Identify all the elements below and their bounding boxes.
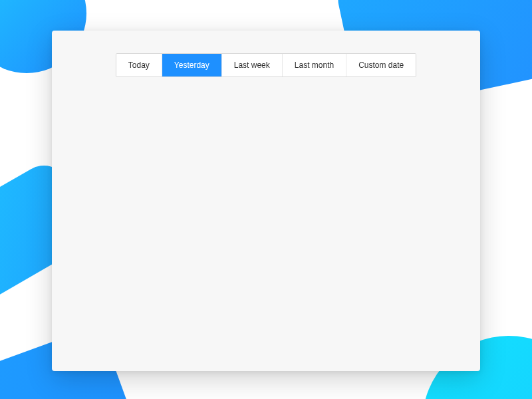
tab-today[interactable]: Today <box>116 54 162 76</box>
tab-yesterday[interactable]: Yesterday <box>162 54 222 76</box>
date-range-tabs: Today Yesterday Last week Last month Cus… <box>116 53 416 77</box>
tab-last-month[interactable]: Last month <box>283 54 346 76</box>
tab-last-week[interactable]: Last week <box>222 54 283 76</box>
content-card: Today Yesterday Last week Last month Cus… <box>52 31 480 371</box>
tab-custom-date[interactable]: Custom date <box>346 54 416 76</box>
